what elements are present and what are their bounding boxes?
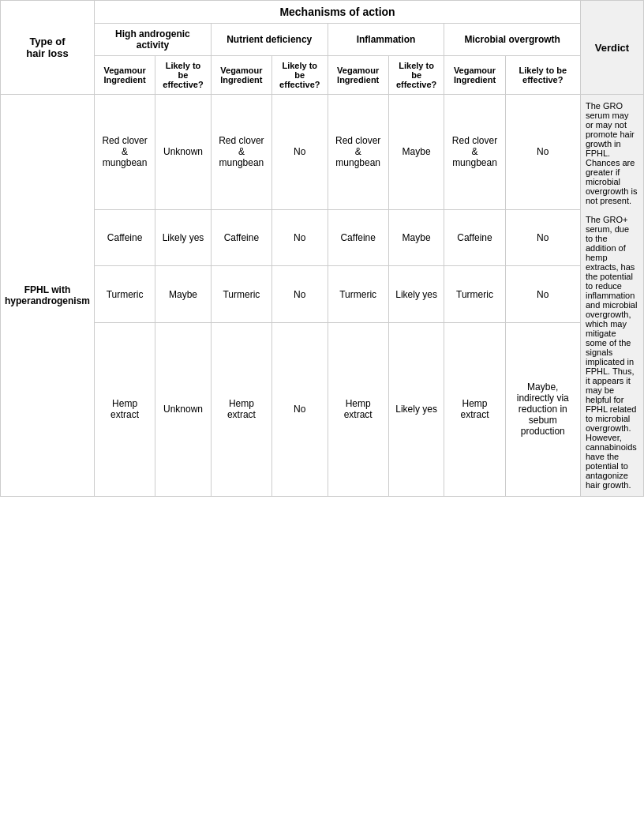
row2-mo-ingredient: Caffeine xyxy=(444,209,505,266)
row3-mo-ingredient: Turmeric xyxy=(444,266,505,323)
type-of-hair-loss-header: Type of hair loss xyxy=(1,1,95,95)
row1-inf-effective: Maybe xyxy=(388,95,444,210)
table-row: Caffeine Likely yes Caffeine No Caffeine… xyxy=(1,209,644,266)
row1-mo-effective: No xyxy=(505,95,580,210)
row3-inf-ingredient: Turmeric xyxy=(328,266,388,323)
row4-ha-effective: Unknown xyxy=(155,322,212,496)
col-vegamour-2: Vegamour Ingredient xyxy=(211,56,271,95)
row4-inf-ingredient: Hemp extract xyxy=(328,322,388,496)
row1-nd-effective: No xyxy=(271,95,328,210)
microbial-overgrowth-subheader: Microbial overgrowth xyxy=(444,24,581,56)
col-effective-2: Likely to be effective? xyxy=(271,56,328,95)
inflammation-subheader: Inflammation xyxy=(328,24,444,56)
row4-mo-effective: Maybe, indirectly via reduction in sebum… xyxy=(505,322,580,496)
row4-ha-ingredient: Hemp extract xyxy=(95,322,155,496)
row2-inf-effective: Maybe xyxy=(388,209,444,266)
row2-nd-effective: No xyxy=(271,209,328,266)
col-vegamour-1: Vegamour Ingredient xyxy=(95,56,155,95)
row3-ha-effective: Maybe xyxy=(155,266,212,323)
high-androgenic-subheader: High androgenic activity xyxy=(95,24,212,56)
table-row: FPHL with hyperandrogenism Red clover & … xyxy=(1,95,644,210)
col-vegamour-4: Vegamour Ingredient xyxy=(444,56,505,95)
row4-nd-ingredient: Hemp extract xyxy=(211,322,271,496)
mechanisms-of-action-header: Mechanisms of action xyxy=(95,1,581,24)
fphl-row-header: FPHL with hyperandrogenism xyxy=(1,95,95,497)
table-row: Turmeric Maybe Turmeric No Turmeric Like… xyxy=(1,266,644,323)
row4-nd-effective: No xyxy=(271,322,328,496)
row2-mo-effective: No xyxy=(505,209,580,266)
row3-mo-effective: No xyxy=(505,266,580,323)
row3-inf-effective: Likely yes xyxy=(388,266,444,323)
row1-inf-ingredient: Red clover & mungbean xyxy=(328,95,388,210)
col-effective-4: Likely to be effective? xyxy=(505,56,580,95)
nutrient-deficiency-subheader: Nutrient deficiency xyxy=(211,24,328,56)
row3-nd-ingredient: Turmeric xyxy=(211,266,271,323)
row1-ha-ingredient: Red clover & mungbean xyxy=(95,95,155,210)
row2-inf-ingredient: Caffeine xyxy=(328,209,388,266)
table-row: Hemp extract Unknown Hemp extract No Hem… xyxy=(1,322,644,496)
row1-nd-ingredient: Red clover & mungbean xyxy=(211,95,271,210)
row2-ha-ingredient: Caffeine xyxy=(95,209,155,266)
row4-mo-ingredient: Hemp extract xyxy=(444,322,505,496)
col-effective-1: Likely to be effective? xyxy=(155,56,212,95)
row1-ha-effective: Unknown xyxy=(155,95,212,210)
row4-inf-effective: Likely yes xyxy=(388,322,444,496)
verdict-header: Verdict xyxy=(581,1,644,95)
col-vegamour-3: Vegamour Ingredient xyxy=(328,56,388,95)
row2-ha-effective: Likely yes xyxy=(155,209,212,266)
verdict-cell-fphl: The GRO serum may or may not promote hai… xyxy=(581,95,644,497)
row1-mo-ingredient: Red clover & mungbean xyxy=(444,95,505,210)
row3-ha-ingredient: Turmeric xyxy=(95,266,155,323)
row2-nd-ingredient: Caffeine xyxy=(211,209,271,266)
col-effective-3: Likely to be effective? xyxy=(388,56,444,95)
row3-nd-effective: No xyxy=(271,266,328,323)
